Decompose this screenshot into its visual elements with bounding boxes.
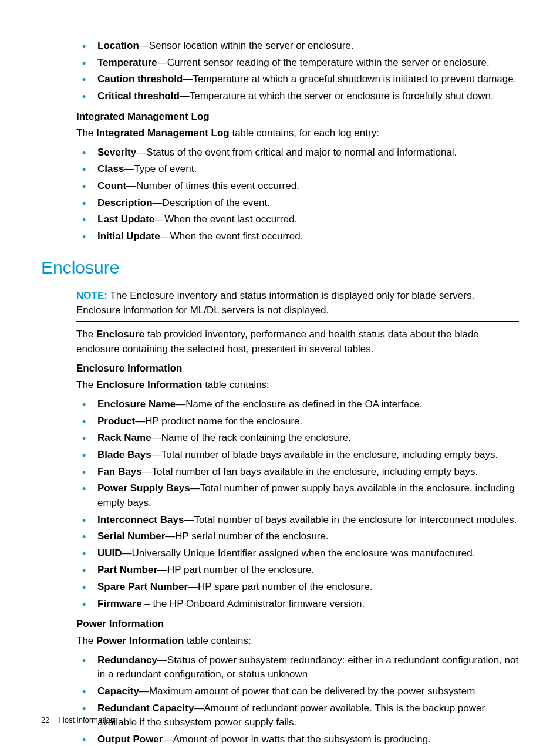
- term: Redundancy: [97, 654, 157, 666]
- enclosure-info-list: Enclosure Name—Name of the enclosure as …: [76, 397, 519, 611]
- desc: —Type of event.: [124, 163, 197, 174]
- list-item: Part Number—HP part number of the enclos…: [76, 563, 519, 578]
- desc: —Name of the rack containing the enclosu…: [151, 432, 351, 443]
- text: table contains:: [184, 635, 251, 646]
- list-item: Interconnect Bays—Total number of bays a…: [76, 513, 519, 528]
- text-bold: Power Information: [96, 635, 184, 646]
- desc: —Total number of bays available in the e…: [184, 514, 517, 525]
- term: Rack Name: [97, 432, 151, 443]
- iml-intro: The Integrated Management Log table cont…: [76, 126, 519, 141]
- list-item: Enclosure Name—Name of the enclosure as …: [76, 397, 519, 412]
- term: Temperature: [97, 57, 157, 68]
- term: Count: [97, 180, 126, 191]
- power-intro: The Power Information table contains:: [76, 634, 519, 649]
- text: The: [76, 635, 96, 646]
- desc: —Total number of fan bays available in t…: [142, 466, 478, 477]
- text-bold: Integrated Management Log: [96, 127, 230, 139]
- desc: —HP product name for the enclosure.: [135, 416, 302, 427]
- desc: —Description of the event.: [153, 197, 270, 208]
- term: Output Power: [97, 734, 163, 745]
- note-label: NOTE:: [76, 290, 107, 301]
- term: Serial Number: [97, 531, 165, 542]
- term: Enclosure Name: [97, 399, 176, 410]
- footer-title: Host information: [59, 715, 114, 724]
- term: Fan Bays: [97, 466, 142, 477]
- term: Initial Update: [97, 231, 160, 242]
- text: table contains, for each log entry:: [230, 127, 379, 139]
- term: Location: [97, 40, 139, 51]
- list-item: Count—Number of times this event occurre…: [76, 179, 519, 194]
- list-item: Capacity—Maximum amount of power that ca…: [76, 684, 519, 699]
- list-item: Description—Description of the event.: [76, 196, 519, 211]
- desc: —Temperature at which the server or encl…: [180, 90, 494, 102]
- desc: —HP part number of the enclosure.: [157, 564, 314, 575]
- text-bold: Enclosure: [96, 329, 144, 340]
- desc: —HP spare part number of the enclosure.: [188, 581, 372, 592]
- list-item: Redundant Capacity—Amount of redundant p…: [76, 701, 519, 730]
- list-item: Output Power—Amount of power in watts th…: [76, 733, 519, 746]
- term: Redundant Capacity: [97, 703, 194, 714]
- text: The: [76, 127, 96, 139]
- power-heading: Power Information: [76, 617, 519, 632]
- note-box: NOTE: The Enclosure inventory and status…: [76, 285, 519, 322]
- iml-heading: Integrated Management Log: [76, 110, 519, 124]
- list-item: Spare Part Number—HP spare part number o…: [76, 580, 519, 595]
- desc: —Universally Unique Identifier assigned …: [122, 548, 475, 559]
- term: Firmware: [97, 598, 142, 609]
- text: table contains:: [202, 379, 269, 390]
- list-item: Class—Type of event.: [76, 162, 519, 177]
- term: Description: [97, 197, 153, 208]
- term: Caution threshold: [97, 73, 183, 85]
- desc: —When the event first occurred.: [160, 231, 303, 242]
- note-text: The Enclosure inventory and status infor…: [76, 290, 474, 316]
- term: Critical threshold: [97, 90, 180, 102]
- term: Blade Bays: [97, 449, 151, 460]
- desc: —When the event last occurred.: [154, 214, 297, 225]
- desc: —Status of the event from critical and m…: [136, 147, 457, 158]
- desc: —Temperature at which a graceful shutdow…: [183, 73, 516, 85]
- term: UUID: [97, 548, 122, 559]
- term: Part Number: [97, 564, 157, 575]
- desc: —Name of the enclosure as defined in the…: [176, 399, 423, 410]
- desc: —Sensor location within the server or en…: [139, 40, 354, 51]
- term: Class: [97, 163, 124, 174]
- text-bold: Enclosure Information: [96, 379, 202, 390]
- enclosure-info-heading: Enclosure Information: [76, 362, 519, 376]
- desc: – the HP Onboard Administrator firmware …: [142, 598, 365, 609]
- list-item: Critical threshold—Temperature at which …: [76, 89, 519, 104]
- desc: —Current sensor reading of the temperatu…: [157, 57, 490, 68]
- desc: —Total number of blade bays available in…: [151, 449, 498, 460]
- desc: —Maximum amount of power that can be del…: [139, 686, 475, 697]
- list-item: Rack Name—Name of the rack containing th…: [76, 431, 519, 445]
- enclosure-intro: The Enclosure tab provided inventory, pe…: [76, 328, 519, 356]
- list-item: Caution threshold—Temperature at which a…: [76, 72, 519, 87]
- term: Spare Part Number: [97, 581, 188, 592]
- desc: —Amount of power in watts that the subsy…: [163, 734, 430, 745]
- list-item: Serial Number—HP serial number of the en…: [76, 529, 519, 544]
- term: Product: [97, 416, 135, 427]
- list-item: Product—HP product name for the enclosur…: [76, 414, 519, 429]
- power-list: Redundancy—Status of power subsystem red…: [76, 653, 519, 746]
- term: Power Supply Bays: [97, 482, 190, 494]
- desc: —HP serial number of the enclosure.: [165, 531, 328, 542]
- sensor-list: Location—Sensor location within the serv…: [76, 39, 519, 104]
- term: Last Update: [97, 214, 154, 225]
- list-item: Fan Bays—Total number of fan bays availa…: [76, 465, 519, 480]
- term: Capacity: [97, 686, 139, 697]
- list-item: Blade Bays—Total number of blade bays av…: [76, 448, 519, 463]
- list-item: UUID—Universally Unique Identifier assig…: [76, 546, 519, 561]
- list-item: Initial Update—When the event first occu…: [76, 229, 519, 244]
- list-item: Severity—Status of the event from critic…: [76, 146, 519, 160]
- text: The: [76, 329, 96, 340]
- list-item: Firmware – the HP Onboard Administrator …: [76, 597, 519, 612]
- page-number: 22: [41, 715, 49, 724]
- iml-list: Severity—Status of the event from critic…: [76, 146, 519, 244]
- list-item: Location—Sensor location within the serv…: [76, 39, 519, 53]
- enclosure-info-intro: The Enclosure Information table contains…: [76, 378, 519, 393]
- term: Interconnect Bays: [97, 514, 184, 525]
- desc: —Number of times this event occurred.: [126, 180, 299, 191]
- list-item: Power Supply Bays—Total number of power …: [76, 481, 519, 510]
- list-item: Last Update—When the event last occurred…: [76, 212, 519, 227]
- text: The: [76, 379, 96, 390]
- enclosure-title: Enclosure: [41, 255, 519, 281]
